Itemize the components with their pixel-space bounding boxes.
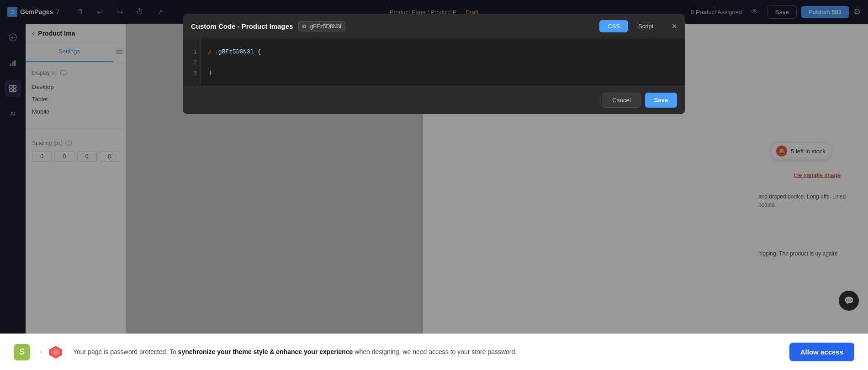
modal-tab-css[interactable]: CSS: [599, 20, 628, 32]
code-line-3: }: [208, 68, 678, 78]
gem-logo: [48, 344, 64, 360]
code-line-1: ⚠ .gBFz5D8N3l {: [208, 47, 678, 57]
modal-body: 1 2 3 ⚠ .gBFz5D8N3l { }: [183, 39, 685, 86]
code-class-name: .gBFz5D8N3l: [215, 47, 254, 57]
line-numbers: 1 2 3: [183, 39, 201, 86]
modal-title: Custom Code - Product Images: [191, 22, 293, 30]
modal-footer: Cancel Save: [183, 86, 685, 114]
modal-save-button[interactable]: Save: [645, 93, 677, 108]
copy-badge-text: .gBFz5D8N3l: [308, 23, 341, 30]
banner-message: Your page is password protected. To: [73, 348, 178, 355]
banner-message-end: when designing, we need access to your s…: [353, 348, 517, 355]
cancel-button[interactable]: Cancel: [603, 93, 640, 108]
allow-access-button[interactable]: Allow access: [789, 343, 854, 361]
modal-tabs: CSS Script: [599, 20, 662, 32]
shopify-logo: S: [14, 344, 30, 360]
code-editor[interactable]: ⚠ .gBFz5D8N3l { }: [201, 39, 685, 86]
banner-text: Your page is password protected. To sync…: [73, 348, 780, 357]
banner-logos: S →: [14, 344, 64, 360]
modal-close-button[interactable]: ×: [672, 21, 677, 31]
copy-icon: ⧉: [302, 23, 307, 30]
modal-tab-script[interactable]: Script: [630, 20, 662, 32]
banner-message-bold: synchronize your theme style & enhance y…: [178, 348, 353, 355]
modal-header: Custom Code - Product Images ⧉ .gBFz5D8N…: [183, 14, 685, 39]
arrow-icon: →: [35, 347, 43, 357]
bottom-banner: S → Your page is password protected. To …: [0, 334, 868, 370]
custom-code-modal: Custom Code - Product Images ⧉ .gBFz5D8N…: [183, 14, 685, 114]
code-open-brace: {: [254, 47, 261, 57]
warning-icon: ⚠: [208, 47, 212, 57]
code-close-brace: }: [208, 68, 212, 78]
code-line-2: [208, 57, 678, 68]
copy-badge-button[interactable]: ⧉ .gBFz5D8N3l: [298, 21, 345, 31]
modal-overlay[interactable]: Custom Code - Product Images ⧉ .gBFz5D8N…: [0, 0, 868, 370]
